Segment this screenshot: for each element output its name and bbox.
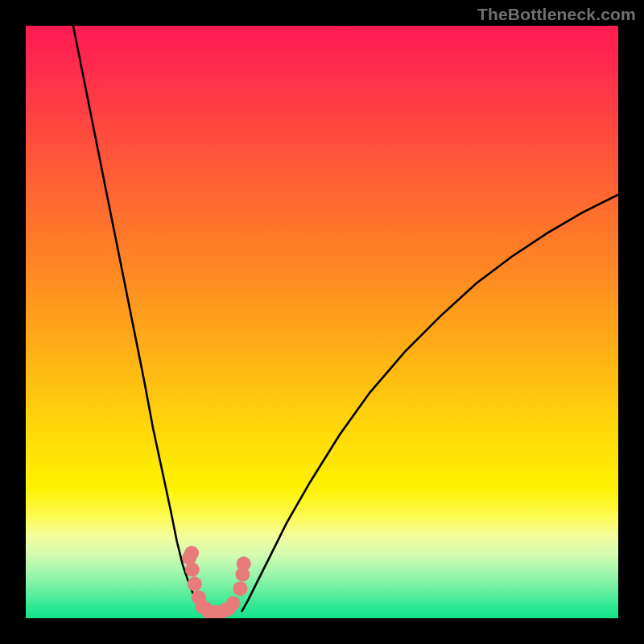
chart-frame: TheBottleneck.com xyxy=(0,0,644,644)
marker-dot xyxy=(185,563,200,577)
watermark-text: TheBottleneck.com xyxy=(477,5,636,24)
plot-area xyxy=(26,26,618,618)
chart-svg xyxy=(26,26,618,618)
marker-dot xyxy=(233,581,247,596)
marker-dot xyxy=(221,601,236,616)
marker-cluster xyxy=(182,546,251,618)
curve-right xyxy=(242,195,618,611)
marker-dot xyxy=(188,576,202,591)
marker-dot xyxy=(184,546,199,560)
curve-left xyxy=(73,26,200,611)
marker-dot xyxy=(235,568,250,582)
